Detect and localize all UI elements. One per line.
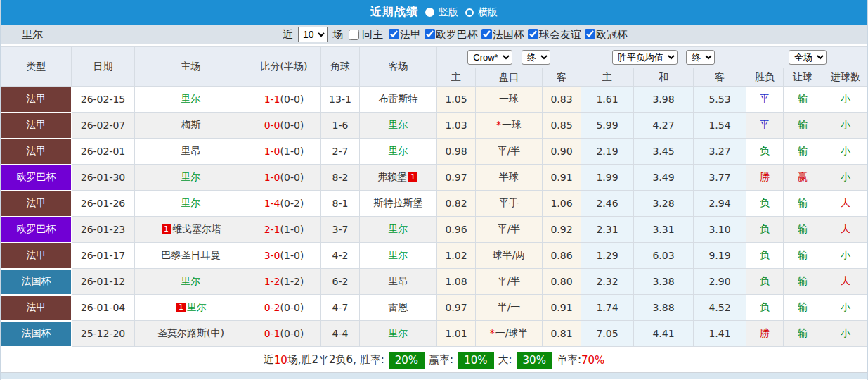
score-cell: 1-0(0-0) xyxy=(247,165,321,191)
home-team-cell: 里昂 xyxy=(135,139,247,165)
league-type-cell: 法甲 xyxy=(1,87,72,113)
radio-unselected-icon[interactable] xyxy=(465,8,474,17)
handicap-result-cell: 输 xyxy=(784,321,822,347)
win-rate-badge: 20% xyxy=(389,352,425,369)
team-name-text: 里尔 xyxy=(181,275,201,286)
home-team-cell: 1维戈塞尔塔 xyxy=(135,217,247,243)
league-type-cell: 法甲 xyxy=(1,191,72,217)
results-table: 类型 日期 主场 比分(半场) 角球 客场 Crow* 终 胜平负均值 终 全场 xyxy=(1,46,868,348)
handicap-cell: 半球 xyxy=(476,165,543,191)
layout-radio-vertical[interactable]: 竖版 xyxy=(425,6,458,19)
match-rows: 法甲 26-02-15 里尔 1-1(0-0) 13-1 布雷斯特 1.05 一… xyxy=(1,87,868,347)
team-name-text: 里尔 xyxy=(187,301,207,312)
date-cell: 26-01-17 xyxy=(72,243,135,269)
result-cell: 平 xyxy=(746,87,784,113)
avg-home-cell: 2.46 xyxy=(581,191,634,217)
handicap-result-cell: 输 xyxy=(784,139,822,165)
date-cell: 26-01-26 xyxy=(72,191,135,217)
score-cell: 1-1(0-0) xyxy=(247,87,321,113)
result-cell: 勝 xyxy=(746,165,784,191)
odds-home-cell: 1.01 xyxy=(437,321,476,347)
avg-home-cell: 1.29 xyxy=(581,243,634,269)
col-header-score: 比分(半场) xyxy=(247,47,321,87)
radio-selected-icon[interactable] xyxy=(425,8,434,17)
odds-company-select[interactable]: Crow* xyxy=(467,50,512,65)
league-checkbox-3[interactable] xyxy=(528,29,538,39)
score-cell: 1-2(1-2) xyxy=(247,269,321,295)
handicap-cell: *一球 xyxy=(476,113,543,139)
avg-home-cell: 7.05 xyxy=(581,321,634,347)
col-header-odds-home: 主 xyxy=(437,68,476,87)
home-team-cell: 里尔 xyxy=(135,191,247,217)
team-name-text: 里尔 xyxy=(181,93,201,104)
league-type-cell: 法甲 xyxy=(1,113,72,139)
avg-away-cell: 9.19 xyxy=(694,243,746,269)
avg-time-select[interactable]: 终 xyxy=(686,50,715,65)
layout-radio-horizontal[interactable]: 横版 xyxy=(465,6,498,19)
home-team-cell: 里尔 xyxy=(135,269,247,295)
handicap-cell: 平/半 xyxy=(476,269,543,295)
handicap-result-cell: 输 xyxy=(784,113,822,139)
col-header-goals: 进球数 xyxy=(822,68,868,87)
odds-home-cell: 1.08 xyxy=(437,269,476,295)
away-team-cell: 里尔 xyxy=(360,139,437,165)
goals-cell: 小 xyxy=(822,295,868,321)
handicap-cell: *一/球半 xyxy=(476,321,543,347)
rank-badge: 1 xyxy=(176,303,186,312)
away-team-cell: 斯特拉斯堡 xyxy=(360,191,437,217)
corner-cell: 4-7 xyxy=(321,295,360,321)
table-row: 法甲 26-02-15 里尔 1-1(0-0) 13-1 布雷斯特 1.05 一… xyxy=(1,87,868,113)
league-checkbox-1[interactable] xyxy=(425,29,435,39)
matches-label: 场 xyxy=(332,28,343,42)
avg-away-cell: 3.27 xyxy=(694,139,746,165)
handicap-result-cell: 输 xyxy=(784,269,822,295)
scope-select[interactable]: 全场 xyxy=(789,50,827,65)
handicap-cell: 平手 xyxy=(476,191,543,217)
team-name-text: 布雷斯特 xyxy=(379,93,418,104)
table-row: 欧罗巴杯 26-01-23 1维戈塞尔塔 2-1(1-0) 3-7 里尔 0.9… xyxy=(1,217,868,243)
handicap-result-cell: 输 xyxy=(784,243,822,269)
away-team-cell: 里尔 xyxy=(360,217,437,243)
result-cell: 负 xyxy=(746,191,784,217)
odds-time-select[interactable]: 终 xyxy=(522,50,550,65)
score-cell: 0-1(0-0) xyxy=(247,321,321,347)
odds-away-cell: 0.80 xyxy=(543,269,581,295)
rank-badge: 1 xyxy=(162,224,171,234)
recent-count-select[interactable]: 10 xyxy=(298,27,328,42)
avg-away-cell: 5.53 xyxy=(694,87,746,113)
avg-away-cell: 4.52 xyxy=(694,295,746,321)
odds-home-cell: 0.97 xyxy=(437,295,476,321)
team-name-text: 巴黎圣日耳曼 xyxy=(162,249,221,260)
filter-controls: 近 10 场 同主 法甲欧罗巴杯法国杯球会友谊欧冠杯 xyxy=(127,27,783,42)
avg-draw-cell: 3.98 xyxy=(634,87,694,113)
odds-away-cell: 0.85 xyxy=(543,113,581,139)
same-home-checkbox[interactable] xyxy=(349,30,359,40)
col-header-handicap: 盘口 xyxy=(476,68,543,87)
team-name-text: 圣莫尔路斯(中) xyxy=(157,327,224,338)
scope-header: 全场 xyxy=(746,47,868,68)
league-type-cell: 法甲 xyxy=(1,295,72,321)
league-checkbox-0[interactable] xyxy=(389,29,399,39)
goals-cell: 小 xyxy=(822,87,868,113)
odds-away-cell: 0.81 xyxy=(543,321,581,347)
recent-results-panel: 近期战绩 竖版 横版 里尔 近 10 场 同主 法甲欧罗巴杯法国杯球会友谊欧冠杯 xyxy=(0,0,868,380)
result-cell: 负 xyxy=(746,295,784,321)
team-name: 里尔 xyxy=(22,28,127,42)
avg-odds-select[interactable]: 胜平负均值 xyxy=(612,50,678,65)
handicap-result-cell: 输 xyxy=(784,217,822,243)
avg-odds-header: 胜平负均值 终 xyxy=(581,47,746,68)
league-checkbox-4[interactable] xyxy=(585,29,595,39)
league-type-cell: 欧罗巴杯 xyxy=(1,217,72,243)
title-bar: 近期战绩 竖版 横版 xyxy=(1,0,867,25)
away-team-cell: 弗赖堡1 xyxy=(360,165,437,191)
team-name-text: 雷恩 xyxy=(389,301,408,312)
league-checkbox-2[interactable] xyxy=(481,29,492,39)
single-rate-value: 70% xyxy=(581,354,604,367)
odds-away-cell: 0.83 xyxy=(543,87,581,113)
league-checkbox-label: 法国杯 xyxy=(493,28,524,41)
corner-cell: 13-1 xyxy=(321,87,360,113)
avg-away-cell: 1.54 xyxy=(694,113,746,139)
table-row: 法国杯 26-01-12 里尔 1-2(1-2) 6-2 里昂 1.08 平/半… xyxy=(1,269,868,295)
avg-home-cell: 2.19 xyxy=(581,139,634,165)
date-cell: 26-02-07 xyxy=(72,113,135,139)
